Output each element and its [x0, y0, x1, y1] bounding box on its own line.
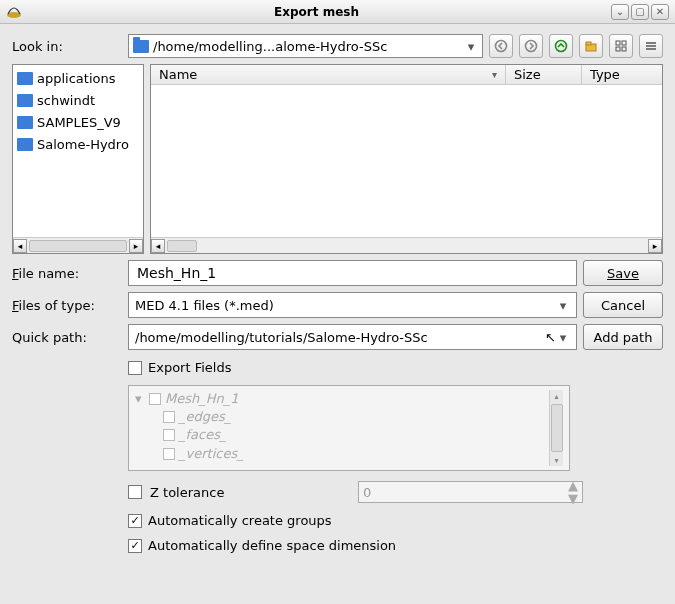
column-type[interactable]: Type [582, 65, 662, 84]
quickpath-label: Quick path: [12, 330, 122, 345]
chevron-down-icon: ▾ [556, 298, 570, 313]
sidebar-item[interactable]: Salome-Hydro [13, 133, 143, 155]
svg-rect-5 [586, 42, 591, 45]
tree-checkbox [163, 448, 175, 460]
sidebar-item-label: SAMPLES_V9 [37, 115, 121, 130]
lookin-combo[interactable]: /home/modelling...alome-Hydro-SSc ▾ [128, 34, 483, 58]
window-title: Export mesh [28, 5, 605, 19]
column-name[interactable]: Name▾ [151, 65, 506, 84]
list-view-button[interactable] [609, 34, 633, 58]
auto-dim-label: Automatically define space dimension [148, 538, 396, 553]
svg-point-3 [556, 41, 567, 52]
sidebar-item[interactable]: applications [13, 67, 143, 89]
svg-rect-7 [622, 41, 626, 45]
fileview-scrollbar[interactable]: ◂ ▸ [151, 237, 662, 253]
back-button[interactable] [489, 34, 513, 58]
ztol-label: Z tolerance [150, 485, 350, 500]
export-fields-checkbox[interactable] [128, 361, 142, 375]
auto-groups-label: Automatically create groups [148, 513, 332, 528]
filename-label: File name: [12, 266, 122, 281]
column-size[interactable]: Size [506, 65, 582, 84]
file-view: Name▾ Size Type ◂ ▸ [150, 64, 663, 254]
file-header: Name▾ Size Type [151, 65, 662, 85]
auto-groups-checkbox[interactable] [128, 514, 142, 528]
scroll-right-icon[interactable]: ▸ [648, 239, 662, 253]
folder-icon [17, 72, 33, 85]
tree-root-label: Mesh_Hn_1 [165, 390, 239, 408]
save-button[interactable]: Save [583, 260, 663, 286]
auto-dim-checkbox[interactable] [128, 539, 142, 553]
ztol-checkbox[interactable] [128, 485, 142, 499]
sort-indicator-icon: ▾ [492, 69, 497, 80]
folder-icon [133, 40, 149, 53]
scroll-left-icon[interactable]: ◂ [13, 239, 27, 253]
sidebar-item[interactable]: schwindt [13, 89, 143, 111]
tree-item-label: _vertices_ [179, 445, 244, 463]
svg-point-1 [496, 41, 507, 52]
minimize-button[interactable]: ⌄ [611, 4, 629, 20]
sidebar-item[interactable]: SAMPLES_V9 [13, 111, 143, 133]
scroll-thumb[interactable] [167, 240, 197, 252]
maximize-button[interactable]: ▢ [631, 4, 649, 20]
forward-button[interactable] [519, 34, 543, 58]
fields-tree: ▾Mesh_Hn_1 _edges_ _faces_ _vertices_ ▴ … [128, 385, 570, 471]
svg-point-2 [526, 41, 537, 52]
expand-icon: ▾ [135, 390, 145, 408]
stepper-arrows-icon: ▲▼ [568, 479, 578, 505]
folder-icon [17, 94, 33, 107]
tree-checkbox [163, 429, 175, 441]
ztol-spinner: 0▲▼ [358, 481, 583, 503]
chevron-down-icon: ▾ [556, 330, 570, 345]
export-fields-label: Export Fields [148, 360, 231, 375]
titlebar: Export mesh ⌄ ▢ ✕ [0, 0, 675, 24]
sidebar-item-label: schwindt [37, 93, 95, 108]
lookin-label: Look in: [12, 39, 122, 54]
scroll-left-icon[interactable]: ◂ [151, 239, 165, 253]
folder-icon [17, 116, 33, 129]
tree-checkbox [163, 411, 175, 423]
scroll-down-icon: ▾ [554, 454, 558, 466]
scroll-thumb [551, 404, 563, 452]
tree-item-label: _faces_ [179, 426, 226, 444]
svg-rect-9 [622, 47, 626, 51]
tree-scrollbar: ▴ ▾ [549, 390, 563, 466]
sidebar-item-label: Salome-Hydro [37, 137, 129, 152]
up-button[interactable] [549, 34, 573, 58]
new-folder-button[interactable] [579, 34, 603, 58]
filetype-combo[interactable]: MED 4.1 files (*.med)▾ [128, 292, 577, 318]
scroll-up-icon: ▴ [554, 390, 558, 402]
filetype-label: Files of type: [12, 298, 122, 313]
folder-icon [17, 138, 33, 151]
svg-rect-6 [616, 41, 620, 45]
sidebar-scrollbar[interactable]: ◂ ▸ [13, 237, 143, 253]
cursor-arrow-icon: ↖ [545, 330, 556, 345]
svg-rect-8 [616, 47, 620, 51]
cancel-button[interactable]: Cancel [583, 292, 663, 318]
addpath-button[interactable]: Add path [583, 324, 663, 350]
sidebar: applications schwindt SAMPLES_V9 Salome-… [12, 64, 144, 254]
quickpath-combo[interactable]: /home/modelling/tutorials/Salome-Hydro-S… [128, 324, 577, 350]
tree-item-label: _edges_ [179, 408, 231, 426]
scroll-thumb[interactable] [29, 240, 127, 252]
detail-view-button[interactable] [639, 34, 663, 58]
tree-checkbox [149, 393, 161, 405]
sidebar-item-label: applications [37, 71, 115, 86]
file-list[interactable] [151, 85, 662, 237]
filename-input[interactable] [128, 260, 577, 286]
chevron-down-icon: ▾ [464, 39, 478, 54]
lookin-path: /home/modelling...alome-Hydro-SSc [153, 39, 460, 54]
close-button[interactable]: ✕ [651, 4, 669, 20]
scroll-right-icon[interactable]: ▸ [129, 239, 143, 253]
app-icon [6, 4, 22, 20]
